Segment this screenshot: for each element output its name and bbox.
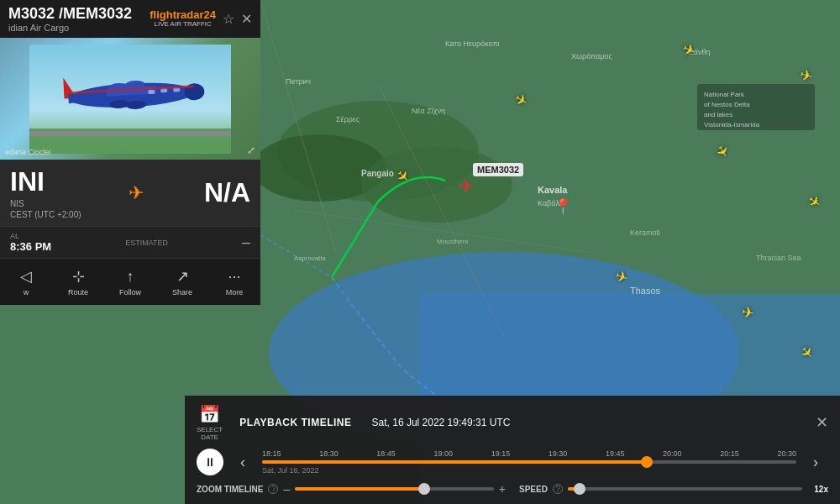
calendar-icon: 📅 (199, 404, 220, 424)
panel-header: M3032 /MEM3032 idian Air Cargo flightrad… (0, 0, 260, 38)
toolbar-more-label: More (226, 288, 244, 297)
svg-text:and lakes: and lakes (704, 111, 732, 118)
action-toolbar: ◁ w ⊹ Route ↑ Follow ↗ Share ··· More (0, 258, 260, 305)
forward-button[interactable]: › (803, 449, 828, 475)
more-icon: ··· (228, 268, 240, 286)
origin-code: INI (10, 166, 81, 197)
zoom-minus-button[interactable]: – (283, 482, 290, 496)
toolbar-view[interactable]: ◁ w (0, 262, 52, 302)
timeline-date: Sat, Jul 16, 2022 (262, 466, 796, 475)
speed-label: SPEED (519, 485, 548, 494)
svg-text:Χωρόπαμος: Χωρόπαμος (571, 52, 613, 60)
svg-rect-31 (29, 131, 231, 136)
follow-icon: ↑ (127, 268, 134, 286)
dest-code: N/A (192, 177, 250, 208)
close-icon[interactable]: ✕ (241, 11, 252, 27)
zoom-fill (295, 487, 424, 491)
svg-text:of Nestos Delta: of Nestos Delta (704, 101, 750, 108)
share-icon: ↗ (176, 267, 189, 286)
toolbar-route[interactable]: ⊹ Route (52, 262, 104, 302)
origin-tz: CEST (UTC +2:00) (10, 210, 81, 219)
favorite-icon[interactable]: ☆ (223, 11, 234, 27)
timeline-labels: 18:15 18:30 18:45 19:00 19:15 19:30 19:4… (262, 449, 796, 458)
airline-name: idian Air Cargo (8, 23, 150, 33)
time-info: AL 8:36 PM ESTIMATED – (0, 226, 260, 258)
time-label: AL (10, 232, 51, 240)
route-info: INI NIS CEST (UTC +2:00) ✈ N/A (0, 160, 260, 226)
timeline-fill (262, 460, 647, 464)
origin-sub: NIS (10, 199, 81, 208)
time-value: 8:36 PM (10, 240, 51, 253)
svg-text:Keramoti: Keramoti (630, 228, 660, 237)
view-icon: ◁ (20, 267, 32, 286)
svg-text:Като Нευρόκοπι: Като Нευρόκοπι (445, 39, 500, 48)
flight-title: M3032 /MEM3032 (8, 5, 150, 23)
photo-credit: edana Cioclei (5, 148, 51, 156)
svg-text:National Park: National Park (704, 91, 745, 98)
select-date-label: SELECTDATE (197, 426, 223, 442)
rewind-button[interactable]: ‹ (230, 449, 255, 475)
location-pin[interactable]: 📍 (554, 197, 572, 216)
playback-datetime: Sat, 16 Jul 2022 19:49:31 UTC (372, 417, 511, 428)
svg-text:Pangaio: Pangaio (361, 169, 394, 178)
zoom-plus-button[interactable]: + (499, 482, 506, 496)
timeline-thumb[interactable] (641, 456, 653, 468)
toolbar-view-label: w (24, 288, 29, 297)
flight-info-panel: M3032 /MEM3032 idian Air Cargo flightrad… (0, 0, 260, 305)
photo-expand-icon[interactable]: ⤢ (247, 144, 255, 156)
svg-rect-43 (148, 89, 155, 93)
svg-text:Петрич: Петрич (286, 77, 311, 86)
speed-thumb[interactable] (574, 483, 585, 495)
route-icon: ⊹ (72, 267, 85, 286)
svg-text:Νέα Ζίχνη: Νέα Ζίχνη (412, 107, 445, 115)
toolbar-share[interactable]: ↗ Share (156, 262, 208, 302)
route-plane-icon: ✈ (87, 182, 186, 204)
playback-title: PLAYBACK TIMELINE (239, 417, 351, 428)
zoom-thumb[interactable] (418, 483, 430, 495)
svg-text:Σέρρες: Σέρρες (336, 115, 360, 123)
time-dash: – (242, 234, 250, 251)
speed-help-icon[interactable]: ? (553, 484, 563, 494)
toolbar-follow[interactable]: ↑ Follow (104, 263, 156, 302)
playback-close-button[interactable]: ✕ (816, 413, 828, 432)
toolbar-more[interactable]: ··· More (208, 263, 260, 302)
toolbar-route-label: Route (68, 288, 88, 297)
svg-text:Vistonida-Ismarida: Vistonida-Ismarida (704, 121, 760, 129)
svg-text:Thracian Sea: Thracian Sea (756, 254, 801, 262)
svg-text:Kavala: Kavala (538, 185, 568, 195)
speed-value: 12x (807, 485, 828, 494)
zoom-slider[interactable] (295, 487, 494, 491)
select-date-button[interactable]: 📅 SELECTDATE (197, 404, 229, 442)
flight-label: MEM3032 (473, 163, 523, 176)
playback-panel: 📅 SELECTDATE PLAYBACK TIMELINE Sat, 16 J… (185, 396, 840, 504)
aircraft-photo: edana Cioclei ⤢ (0, 38, 260, 160)
timeline-track[interactable] (262, 460, 796, 464)
main-aircraft-marker[interactable]: ✈ (459, 176, 474, 197)
zoom-label: ZOOM TIMELINE (197, 485, 263, 494)
zoom-help-icon[interactable]: ? (268, 484, 278, 494)
toolbar-share-label: Share (172, 288, 192, 297)
fr24-logo: flightradar24 LIVE AIR TRAFFIC (150, 9, 216, 29)
toolbar-follow-label: Follow (119, 288, 141, 297)
svg-point-5 (361, 147, 512, 223)
svg-text:Thasos: Thasos (630, 286, 661, 296)
speed-slider[interactable] (568, 487, 802, 491)
pause-button[interactable]: ⏸ (197, 449, 223, 475)
svg-text:Asprovalta: Asprovalta (294, 255, 326, 262)
svg-text:Moustheni: Moustheni (437, 238, 468, 245)
estimated-label: ESTIMATED (125, 239, 168, 247)
